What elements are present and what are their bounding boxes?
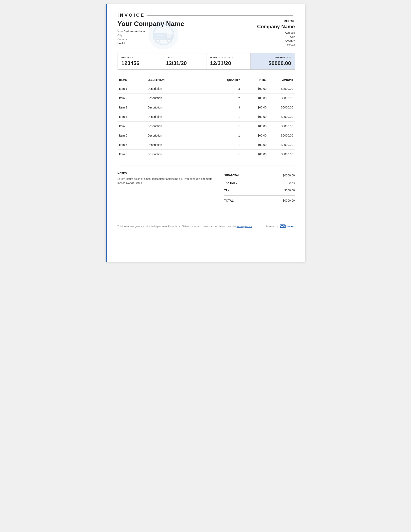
waveapps-link[interactable]: waveapps.com — [237, 225, 252, 228]
bill-to-address: Address — [257, 31, 295, 34]
invoice-title: INVOICE — [118, 12, 295, 18]
invoice-number-label: INVOICE # — [121, 56, 158, 59]
item-qty-cell: 1 — [220, 112, 242, 122]
total-value: $0000.00 — [283, 199, 295, 202]
item-qty-cell: 2 — [220, 94, 242, 103]
item-desc-cell: Description — [146, 140, 220, 150]
item-price-cell: $00.00 — [242, 122, 268, 131]
item-price-cell: $00.00 — [242, 84, 268, 94]
bill-to-section: BILL TO: Company Name Address City Count… — [257, 20, 295, 47]
item-price-cell: $00.00 — [242, 131, 268, 140]
wave-icon — [280, 224, 286, 228]
date-label: DATE — [166, 56, 203, 59]
bill-to-name: Company Name — [257, 24, 295, 29]
due-date-cell: INVOICE DUE DATE 12/31/20 — [206, 53, 251, 69]
item-desc-cell: Description — [146, 103, 220, 112]
col-header-amount: AMOUNT — [268, 76, 295, 84]
item-price-cell: $00.00 — [242, 150, 268, 159]
item-desc-cell: Description — [146, 150, 220, 159]
item-desc-cell: Description — [146, 112, 220, 122]
item-name-cell: Item 6 — [118, 131, 146, 140]
footer-divider — [118, 165, 295, 165]
bill-to-city: City — [257, 35, 295, 38]
powered-by: Powered by wave — [265, 224, 294, 228]
bottom-footer: This invoice was generated with the help… — [106, 221, 305, 231]
item-name-cell: Item 4 — [118, 112, 146, 122]
wave-logo: wave — [280, 224, 293, 228]
item-price-cell: $00.00 — [242, 94, 268, 103]
totals-divider — [224, 195, 295, 196]
company-section: Your Company Name Your Business Address … — [118, 20, 184, 46]
item-amount-cell: $0000.00 — [268, 84, 295, 94]
col-header-description: DESCRIPTION — [146, 76, 220, 84]
item-amount-cell: $0000.00 — [268, 131, 295, 140]
invoice-number-cell: INVOICE # 123456 — [118, 53, 162, 69]
amount-due-cell: AMOUNT DUE $0000.00 — [251, 53, 295, 69]
table-row: Item 3 Description 3 $00.00 $0000.00 — [118, 103, 295, 112]
item-price-cell: $00.00 — [242, 140, 268, 150]
subtotal-label: SUB-TOTAL — [224, 174, 240, 177]
invoice-page: INVOICE — [106, 4, 305, 262]
svg-point-8 — [168, 40, 170, 42]
table-row: Item 2 Description 2 $00.00 $0000.00 — [118, 94, 295, 103]
item-amount-cell: $0000.00 — [268, 140, 295, 150]
due-date-value: 12/31/20 — [210, 60, 247, 66]
total-label: TOTAL — [224, 199, 234, 202]
svg-point-6 — [156, 40, 159, 42]
item-name-cell: Item 3 — [118, 103, 146, 112]
item-qty-cell: 1 — [220, 140, 242, 150]
svg-rect-4 — [167, 35, 171, 38]
table-row: Item 4 Description 1 $00.00 $0000.00 — [118, 112, 295, 122]
item-desc-cell: Description — [146, 131, 220, 140]
item-amount-cell: $0000.00 — [268, 150, 295, 159]
col-header-price: PRICE — [242, 76, 268, 84]
item-name-cell: Item 7 — [118, 140, 146, 150]
item-desc-cell: Description — [146, 94, 220, 103]
footer-disclaimer: This invoice was generated with the help… — [118, 225, 252, 228]
item-qty-cell: 3 — [220, 84, 242, 94]
item-price-cell: $00.00 — [242, 103, 268, 112]
total-row: TOTAL $0000.00 — [224, 197, 295, 204]
tax-label: TAX — [224, 189, 230, 192]
table-row: Item 8 Description 1 $00.00 $0000.00 — [118, 150, 295, 159]
items-table: ITEMS DESCRIPTION QUANTITY PRICE AMOUNT … — [118, 76, 295, 159]
table-row: Item 1 Description 3 $00.00 $0000.00 — [118, 84, 295, 94]
invoice-number-value: 123456 — [121, 60, 158, 66]
amount-due-value: $0000.00 — [254, 60, 291, 66]
item-price-cell: $00.00 — [242, 112, 268, 122]
tax-value: $000.00 — [284, 189, 295, 192]
wave-brand-text: wave — [286, 225, 293, 228]
bill-to-country: Country — [257, 39, 295, 42]
item-qty-cell: 3 — [220, 103, 242, 112]
col-header-items: ITEMS — [118, 76, 146, 84]
tax-rate-row: TAX RATE 00% — [224, 179, 295, 187]
table-row: Item 5 Description 1 $00.00 $0000.00 — [118, 122, 295, 131]
subtotal-row: SUB-TOTAL $0000.00 — [224, 172, 295, 179]
header-section: Your Company Name Your Business Address … — [118, 20, 295, 47]
table-header-row: ITEMS DESCRIPTION QUANTITY PRICE AMOUNT — [118, 76, 295, 84]
amount-due-label: AMOUNT DUE — [254, 56, 291, 59]
due-date-label: INVOICE DUE DATE — [210, 56, 247, 59]
item-desc-cell: Description — [146, 84, 220, 94]
table-row: Item 6 Description 1 $00.00 $0000.00 — [118, 131, 295, 140]
powered-by-text: Powered by — [265, 225, 279, 228]
item-amount-cell: $0000.00 — [268, 103, 295, 112]
svg-rect-2 — [153, 33, 167, 40]
disclaimer-text: This invoice was generated with the help… — [118, 225, 236, 228]
item-amount-cell: $0000.00 — [268, 112, 295, 122]
footer-section: NOTES: Lorem ipsum dolor sit amet, conse… — [118, 172, 295, 204]
col-header-quantity: QUANTITY — [220, 76, 242, 84]
tax-row: TAX $000.00 — [224, 187, 295, 194]
bill-to-label: BILL TO: — [257, 20, 295, 23]
item-amount-cell: $0000.00 — [268, 94, 295, 103]
tax-rate-label: TAX RATE — [224, 181, 237, 185]
item-desc-cell: Description — [146, 122, 220, 131]
item-qty-cell: 1 — [220, 122, 242, 131]
table-row: Item 7 Description 1 $00.00 $0000.00 — [118, 140, 295, 150]
bill-to-postal: Postal — [257, 43, 295, 46]
notes-text: Lorem ipsum dolor sit amet, consectetur … — [118, 177, 216, 185]
date-cell: DATE 12/31/20 — [162, 53, 206, 69]
item-name-cell: Item 5 — [118, 122, 146, 131]
date-value: 12/31/20 — [166, 60, 203, 66]
item-qty-cell: 1 — [220, 150, 242, 159]
